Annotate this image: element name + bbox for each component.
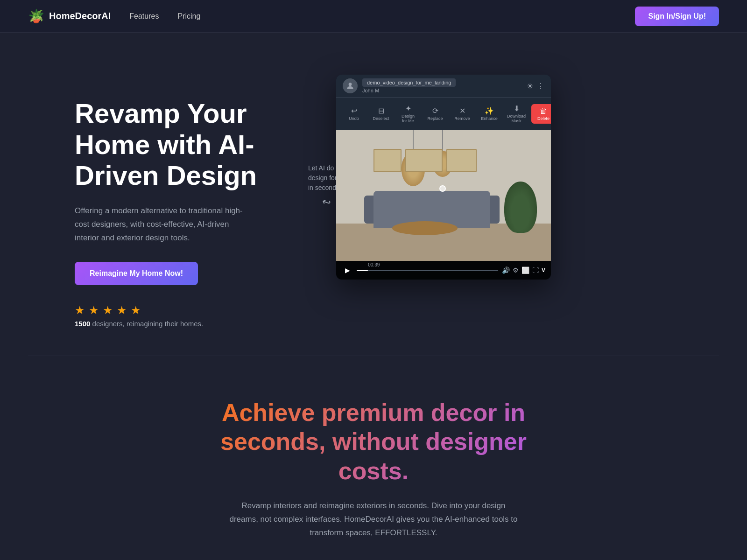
sign-in-button[interactable]: Sign In/Sign Up! (635, 7, 719, 26)
options-icon[interactable]: ⋮ (537, 82, 544, 91)
cursor-indicator (439, 185, 446, 192)
fullscreen-icon[interactable]: ⛶ (532, 266, 539, 274)
annotation-arrow-icon: ↩ (320, 196, 332, 210)
stars-row: ★ ★ ★ ★ ★ (75, 304, 308, 317)
features-section: Achieve premium decor in seconds, withou… (0, 356, 747, 560)
settings-icon[interactable]: ☀ (527, 82, 533, 91)
nav-pricing-link[interactable]: Pricing (177, 12, 200, 20)
nav-features-link[interactable]: Features (129, 12, 159, 20)
hero-left: Revamp Your Home with AI-Driven Design O… (75, 70, 308, 328)
frame-2 (405, 149, 443, 172)
social-proof: 1500 designers, reimagining their homes. (75, 320, 308, 328)
undo-icon: ↩ (351, 106, 357, 115)
download-label: DownloadMask (507, 114, 526, 123)
video-ctrl-icons: 🔊 ⚙ ⬜ ⛶ V (502, 266, 545, 274)
delete-label: Delete (537, 116, 550, 121)
wall-frames (374, 149, 477, 172)
section-description: Revamp interiors and reimagine exteriors… (229, 499, 518, 540)
deselect-label: Deselect (373, 116, 389, 121)
logo-text: HomeDecorAI (49, 11, 111, 21)
star-5: ★ (131, 304, 141, 317)
pendant-stem-right (442, 130, 443, 151)
star-4: ★ (117, 304, 127, 317)
undo-label: Undo (349, 116, 359, 121)
nav-links: Features Pricing (129, 12, 200, 21)
design-for-me-icon: ✦ (405, 104, 411, 113)
tool-replace[interactable]: ⟳ Replace (423, 104, 447, 124)
remove-label: Remove (454, 116, 470, 121)
replace-label: Replace (427, 116, 443, 121)
settings-ctrl-icon[interactable]: ⚙ (513, 266, 519, 274)
hero-right: demo_video_design_for_me_landing John M … (336, 70, 719, 280)
download-icon: ⬇ (514, 104, 520, 113)
remove-icon: ✕ (459, 106, 465, 115)
toolbar: ↩ Undo ⊟ Deselect ✦ Designfor Me ⟳ Repla… (336, 98, 551, 130)
svg-point-0 (349, 83, 352, 86)
hero-title: Revamp Your Home with AI-Driven Design (75, 98, 308, 191)
star-3: ★ (103, 304, 113, 317)
video-top-icons: ☀ ⋮ (527, 82, 544, 91)
video-user-info: demo_video_design_for_me_landing John M (343, 78, 456, 93)
design-for-me-label: Designfor Me (402, 114, 415, 123)
star-1: ★ (75, 304, 85, 317)
video-controls: ▶ 00:39 🔊 ⚙ ⬜ ⛶ V (336, 261, 551, 280)
logo-icon: 🪴 (28, 8, 44, 24)
room-scene (336, 130, 551, 261)
tool-design-for-me[interactable]: ✦ Designfor Me (396, 101, 420, 126)
plant-right (504, 182, 537, 233)
frame-3 (446, 149, 477, 172)
section-title: Achieve premium decor in seconds, withou… (198, 398, 549, 485)
user-avatar (343, 78, 358, 93)
volume-icon[interactable]: 🔊 (502, 266, 510, 274)
replace-icon: ⟳ (432, 106, 438, 115)
tool-deselect[interactable]: ⊟ Deselect (369, 104, 393, 124)
vimeo-logo: V (542, 267, 545, 273)
tool-enhance[interactable]: ✨ Enhance (477, 104, 501, 124)
hero-section: Revamp Your Home with AI-Driven Design O… (0, 33, 747, 356)
timestamp: 00:39 (368, 262, 380, 267)
video-topbar: demo_video_design_for_me_landing John M … (336, 75, 551, 98)
play-button[interactable]: ▶ (342, 265, 353, 276)
tool-delete[interactable]: 🗑 Delete (531, 104, 551, 124)
frame-1 (374, 149, 402, 172)
enhance-label: Enhance (481, 116, 498, 121)
tool-download-mask[interactable]: ⬇ DownloadMask (504, 101, 529, 126)
star-2: ★ (89, 304, 99, 317)
delete-icon: 🗑 (540, 107, 547, 115)
coffee-table (392, 221, 458, 235)
enhance-icon: ✨ (485, 106, 494, 115)
progress-fill (357, 270, 368, 271)
video-frame (336, 130, 551, 261)
video-title: demo_video_design_for_me_landing (362, 78, 456, 87)
hero-subtitle: Offering a modern alternative to traditi… (75, 204, 252, 245)
navbar: 🪴 HomeDecorAI Features Pricing Sign In/S… (0, 0, 747, 33)
deselect-icon: ⊟ (378, 106, 384, 115)
progress-bar[interactable]: 00:39 (357, 270, 498, 271)
tool-remove[interactable]: ✕ Remove (450, 104, 474, 124)
video-username: John M (362, 88, 456, 93)
cta-button[interactable]: Reimagine My Home Now! (75, 262, 198, 285)
logo-link[interactable]: 🪴 HomeDecorAI (28, 8, 111, 24)
captions-icon[interactable]: ⬜ (521, 266, 529, 274)
tool-undo[interactable]: ↩ Undo (342, 104, 366, 124)
video-container: demo_video_design_for_me_landing John M … (336, 75, 551, 280)
